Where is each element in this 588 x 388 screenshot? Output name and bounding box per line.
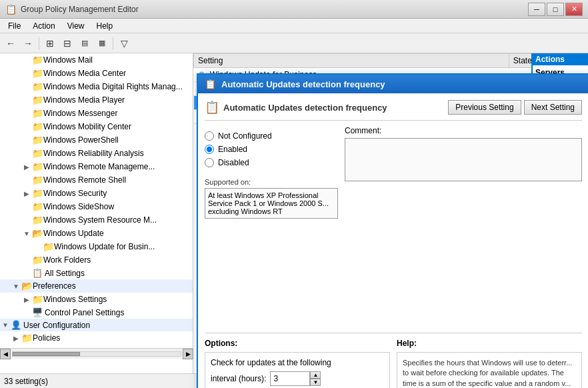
modal-title-text: Automatic Updates detection frequency xyxy=(221,79,385,89)
comment-label: Comment: xyxy=(345,126,582,135)
interval-input[interactable] xyxy=(270,371,310,386)
radio-disabled[interactable]: Disabled xyxy=(205,158,338,167)
menu-help[interactable]: Help xyxy=(91,20,119,32)
toolbar: ← → ⊞ ⊟ ▤ ▦ ▽ xyxy=(0,33,588,53)
help-column: Help: Specifies the hours that Windows w… xyxy=(397,339,582,388)
help-box: Specifies the hours that Windows will us… xyxy=(397,352,582,388)
modal-header-icon: 📋 xyxy=(205,100,219,115)
supported-section: Supported on: At least Windows XP Profes… xyxy=(205,178,338,219)
toolbar-separator-2 xyxy=(113,37,113,50)
close-button[interactable]: ✕ xyxy=(565,3,583,16)
title-bar: 📋 Group Policy Management Editor ─ □ ✕ xyxy=(0,0,588,19)
app-title: Group Policy Management Editor xyxy=(21,5,139,14)
next-setting-button[interactable]: Next Setting xyxy=(524,100,582,115)
supported-box: At least Windows XP Professional Service… xyxy=(205,188,338,219)
filter-button[interactable]: ▽ xyxy=(116,35,132,51)
modal-dialog: 📋 Automatic Updates detection frequency … xyxy=(197,73,588,388)
radio-not-configured-input[interactable] xyxy=(205,131,214,141)
modal-content-area: Not Configured Enabled Disabled xyxy=(205,126,582,326)
toolbar-separator-1 xyxy=(39,37,39,50)
menu-bar: File Action View Help xyxy=(0,19,588,33)
maximize-button[interactable]: □ xyxy=(547,3,564,16)
interval-input-wrap: ▲ ▼ xyxy=(270,371,321,386)
spin-down-button[interactable]: ▼ xyxy=(310,379,321,386)
modal-right-panel: Comment: xyxy=(345,126,582,326)
spinner-buttons: ▲ ▼ xyxy=(310,371,321,386)
browse-button2[interactable]: ▤ xyxy=(77,35,93,51)
interval-label: interval (hours): xyxy=(211,374,266,383)
modal-overlay: 📋 Automatic Updates detection frequency … xyxy=(0,53,588,373)
check-label: Check for updates at the following xyxy=(211,358,384,367)
main-container: 📁 Windows Mail 📁 Windows Media Center 📁 … xyxy=(0,53,588,373)
forward-button[interactable]: → xyxy=(20,35,36,51)
show-hide-button[interactable]: ⊞ xyxy=(42,35,58,51)
radio-group: Not Configured Enabled Disabled xyxy=(205,131,338,167)
modal-title-icon: 📋 xyxy=(205,79,216,89)
browse-button[interactable]: ⊟ xyxy=(59,35,75,51)
modal-title-bar: 📋 Automatic Updates detection frequency xyxy=(198,75,588,93)
radio-not-configured[interactable]: Not Configured xyxy=(205,131,338,141)
comment-input[interactable] xyxy=(345,138,582,181)
status-text: 33 setting(s) xyxy=(4,377,48,386)
spin-up-button[interactable]: ▲ xyxy=(310,371,321,379)
modal-header-row: 📋 Automatic Updates detection frequency … xyxy=(205,100,582,121)
minimize-button[interactable]: ─ xyxy=(528,3,545,16)
options-box: Check for updates at the following inter… xyxy=(205,352,390,388)
menu-action[interactable]: Action xyxy=(27,20,60,32)
modal-left-panel: Not Configured Enabled Disabled xyxy=(205,126,338,326)
radio-disabled-input[interactable] xyxy=(205,158,214,167)
help-text-1: Specifies the hours that Windows will us… xyxy=(403,358,576,388)
options-help-row: Options: Check for updates at the follow… xyxy=(205,333,582,388)
previous-setting-button[interactable]: Previous Setting xyxy=(448,100,521,115)
radio-enabled[interactable]: Enabled xyxy=(205,145,338,154)
modal-body: 📋 Automatic Updates detection frequency … xyxy=(198,93,588,388)
supported-label: Supported on: xyxy=(205,178,338,186)
browse-button3[interactable]: ▦ xyxy=(94,35,110,51)
menu-view[interactable]: View xyxy=(62,20,90,32)
radio-enabled-input[interactable] xyxy=(205,145,214,154)
menu-file[interactable]: File xyxy=(3,20,26,32)
back-button[interactable]: ← xyxy=(3,35,19,51)
app-icon: 📋 xyxy=(5,4,17,15)
modal-nav-buttons: Previous Setting Next Setting xyxy=(448,100,582,115)
interval-row: interval (hours): ▲ ▼ xyxy=(211,371,384,386)
options-column: Options: Check for updates at the follow… xyxy=(205,339,390,388)
